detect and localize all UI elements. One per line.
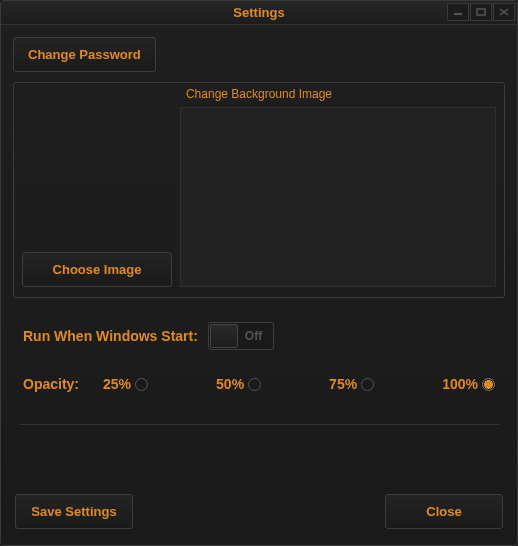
background-image-section: Change Background Image Choose Image [13, 82, 505, 298]
toggle-state-label: Off [245, 329, 262, 343]
divider [19, 424, 499, 425]
titlebar: Settings [1, 1, 517, 25]
radio-icon [361, 378, 374, 391]
radio-icon [482, 378, 495, 391]
toggle-knob-icon [210, 324, 238, 348]
opacity-label: Opacity: [23, 376, 79, 392]
radio-icon [135, 378, 148, 391]
minimize-icon[interactable] [447, 3, 469, 21]
run-on-start-toggle[interactable]: Off [208, 322, 274, 350]
change-password-button[interactable]: Change Password [13, 37, 156, 72]
radio-icon [248, 378, 261, 391]
footer: Save Settings Close [13, 494, 505, 533]
svg-rect-1 [477, 9, 485, 15]
opacity-option-label: 75% [329, 376, 357, 392]
background-preview [180, 107, 496, 287]
opacity-option-100[interactable]: 100% [442, 376, 495, 392]
opacity-option-label: 50% [216, 376, 244, 392]
svg-rect-0 [454, 13, 462, 15]
opacity-option-25[interactable]: 25% [103, 376, 148, 392]
run-on-start-label: Run When Windows Start: [23, 328, 198, 344]
window-title: Settings [233, 5, 284, 20]
choose-image-button[interactable]: Choose Image [22, 252, 172, 287]
window-controls [447, 3, 515, 21]
content: Change Password Change Background Image … [1, 25, 517, 545]
opacity-option-50[interactable]: 50% [216, 376, 261, 392]
background-section-title: Change Background Image [22, 87, 496, 101]
maximize-icon[interactable] [470, 3, 492, 21]
opacity-option-label: 25% [103, 376, 131, 392]
close-icon[interactable] [493, 3, 515, 21]
close-button[interactable]: Close [385, 494, 503, 529]
opacity-option-label: 100% [442, 376, 478, 392]
opacity-option-75[interactable]: 75% [329, 376, 374, 392]
opacity-radio-group: 25% 50% 75% 100% [103, 376, 505, 392]
settings-window: Settings Change Password Change Backgrou… [0, 0, 518, 546]
save-settings-button[interactable]: Save Settings [15, 494, 133, 529]
